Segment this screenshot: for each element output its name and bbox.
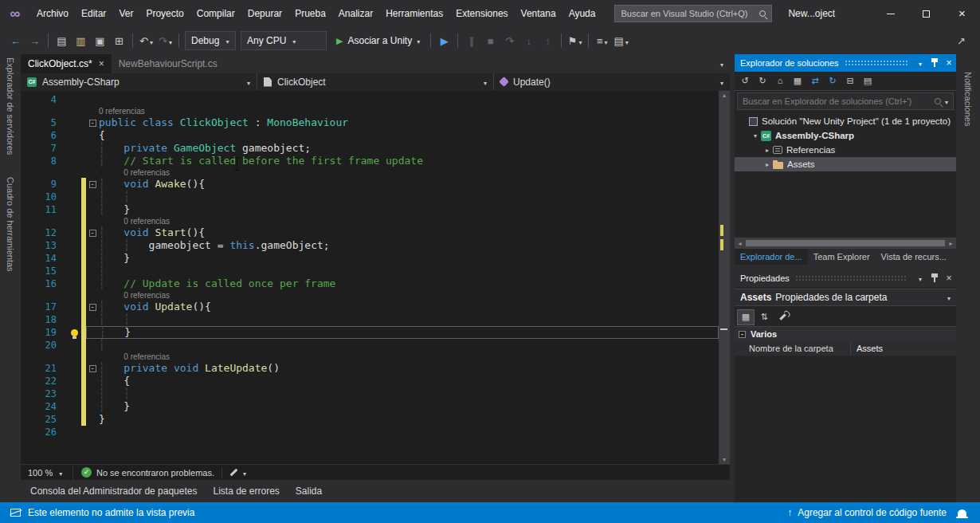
category-row[interactable]: Varios [735, 327, 956, 341]
sync-with-active-document-icon[interactable]: ⇄ [807, 73, 823, 89]
rail-tab-explorador-de-servidores[interactable]: Explorador de servidores [6, 57, 15, 155]
menu-prueba[interactable]: Prueba [288, 0, 332, 27]
code-line-12[interactable]: 12┆ void Start(){ [21, 226, 719, 239]
code-line-15[interactable]: 15┆ [21, 265, 719, 277]
code-line-26[interactable]: 26 [21, 426, 719, 438]
code-line-25[interactable]: 25} [21, 413, 719, 426]
zoom-dropdown[interactable]: 100 % [21, 465, 73, 480]
window-menu-button[interactable] [913, 54, 927, 72]
code-line-21[interactable]: 21┆ private void LateUpdate() [21, 362, 719, 375]
step-over-icon[interactable]: ↷ [500, 31, 519, 50]
code-editor[interactable]: 40 referencias5public class ClickObject … [21, 91, 730, 464]
debug-config-dropdown[interactable]: Debug [185, 31, 236, 50]
send-feedback-icon[interactable]: ↗ [952, 31, 970, 50]
alphabetical-sort-icon[interactable]: ⇅ [756, 310, 772, 324]
panel-tab-consola-del-administrador-de-paquetes[interactable]: Consola del Administrador de paquetes [22, 486, 205, 497]
menu-editar[interactable]: Editar [75, 0, 112, 27]
code-line-17[interactable]: 17┆ void Update(){ [21, 301, 719, 313]
close-panel-button[interactable] [942, 269, 956, 287]
add-to-source-control-button[interactable]: Agregar al control de código fuente [787, 507, 947, 518]
rail-tab-cuadro-de-herramientas[interactable]: Cuadro de herramientas [6, 177, 15, 272]
wrench-icon[interactable] [774, 310, 790, 324]
code-line-22[interactable]: 22┆ { [21, 375, 719, 387]
rail-tab-notificaciones[interactable]: Notificaciones [963, 72, 973, 126]
bookmark-icon[interactable]: ⚑ [566, 31, 584, 50]
code-line-19[interactable]: 19┆ } [21, 326, 719, 339]
stop-debug-icon[interactable]: ■ [481, 31, 500, 50]
menu-ayuda[interactable]: Ayuda [563, 0, 602, 27]
close-panel-button[interactable] [942, 54, 956, 72]
categorized-icon[interactable]: ▦ [738, 310, 754, 324]
window-menu-button[interactable] [913, 269, 927, 287]
collapse-icon[interactable] [739, 331, 746, 338]
history-back-icon[interactable]: ↺ [737, 73, 753, 89]
horizontal-scrollbar[interactable] [735, 238, 956, 249]
refresh-icon[interactable]: ↻ [825, 73, 841, 89]
lightbulb-icon[interactable] [71, 329, 78, 336]
tree-item-assembly-csharp[interactable]: ▾Assembly-CSharp [735, 128, 956, 143]
code-line-10[interactable]: 10┆ ┆ [21, 191, 719, 203]
quick-search-box[interactable]: Buscar en Visual Studio (Ctrl+Q) [614, 5, 772, 22]
code-line-18[interactable]: 18┆ ┆ [21, 313, 719, 326]
panel-tab-vista-de-recurs[interactable]: Vista de recurs... [876, 249, 952, 265]
panel-tab-team-explorer[interactable]: Team Explorer [808, 249, 876, 265]
maximize-button[interactable] [908, 0, 944, 27]
redo-icon[interactable]: ↷ [156, 31, 174, 50]
tree-item-assets[interactable]: ▸Assets [735, 157, 956, 171]
platform-dropdown[interactable]: Any CPU [241, 31, 327, 50]
menu-archivo[interactable]: Archivo [30, 0, 75, 27]
code-line-13[interactable]: 13┆ ┆ gameobject = this.gameObject; [21, 239, 719, 252]
properties-header[interactable]: Propiedades [735, 269, 956, 287]
collapse-icon[interactable] [89, 120, 96, 127]
step-out-icon[interactable]: ↑ [539, 31, 557, 50]
close-tab-icon[interactable] [99, 58, 104, 69]
class-dropdown[interactable]: ClickObject [257, 73, 494, 90]
code-line-24[interactable]: 24┆ } [21, 400, 719, 413]
solution-search-box[interactable]: Buscar en Explorador de soluciones (Ctrl… [737, 92, 954, 110]
save-all-icon[interactable]: ⊞ [110, 31, 128, 50]
history-forward-icon[interactable]: ↻ [755, 73, 770, 89]
code-line-9[interactable]: 9┆ void Awake(){ [21, 178, 719, 191]
expanded-arrow-icon[interactable]: ▾ [750, 132, 761, 140]
open-file-icon[interactable]: ▥ [72, 31, 90, 50]
collapsed-arrow-icon[interactable]: ▸ [762, 147, 773, 154]
health-check-icon[interactable] [81, 467, 92, 478]
minimize-button[interactable] [872, 0, 908, 27]
home-icon[interactable]: ⌂ [772, 73, 788, 89]
menu-extensiones[interactable]: Extensiones [449, 0, 514, 27]
menu-herramientas[interactable]: Herramientas [379, 0, 449, 27]
menu-compilar[interactable]: Compilar [190, 0, 241, 27]
edit-icon[interactable] [230, 469, 238, 477]
code-line-14[interactable]: 14┆ } [21, 252, 719, 265]
collapse-icon[interactable] [89, 181, 96, 188]
start-unity-play-icon[interactable]: ▶ [435, 31, 453, 50]
editor-vertical-scrollbar[interactable] [719, 91, 730, 464]
step-into-icon[interactable]: ↓ [519, 31, 538, 50]
notifications-bell-icon[interactable] [958, 509, 966, 517]
project-dropdown[interactable]: Assembly-CSharp [21, 73, 257, 90]
indent-icon[interactable]: ≡ [593, 31, 611, 50]
scroll-left-icon[interactable] [735, 240, 745, 247]
scrollbar-thumb[interactable] [746, 240, 945, 246]
panel-tab-salida[interactable]: Salida [288, 486, 330, 497]
menu-ver[interactable]: Ver [112, 0, 139, 27]
collapsed-arrow-icon[interactable]: ▸ [762, 161, 773, 168]
menu-ventana[interactable]: Ventana [515, 0, 563, 27]
break-all-icon[interactable]: ∥ [462, 31, 480, 50]
document-list-button[interactable] [720, 54, 730, 73]
navigate-forward-icon[interactable]: → [25, 31, 44, 50]
chevron-down-icon[interactable] [243, 468, 246, 478]
collapse-icon[interactable] [89, 304, 96, 311]
properties-object-dropdown[interactable]: Assets Propiedades de la carpeta [735, 289, 956, 306]
attach-to-unity-button[interactable]: Asociar a Unity [329, 31, 427, 50]
new-project-icon[interactable]: ▤ [53, 31, 71, 50]
undo-icon[interactable]: ↶ [137, 31, 155, 50]
tab-clickobject-cs[interactable]: ClickObject.cs* [21, 54, 112, 73]
code-line-4[interactable]: 4 [21, 93, 719, 106]
code-line-20[interactable]: 20┆ [21, 339, 719, 352]
pin-button[interactable] [927, 54, 942, 72]
collapse-all-icon[interactable]: ⊟ [842, 73, 858, 89]
collapse-icon[interactable] [89, 365, 96, 372]
code-line-8[interactable]: 8┆ // Start is called before the first f… [21, 155, 719, 167]
code-line-5[interactable]: 5public class ClickObject : MonoBehaviou… [21, 116, 719, 129]
